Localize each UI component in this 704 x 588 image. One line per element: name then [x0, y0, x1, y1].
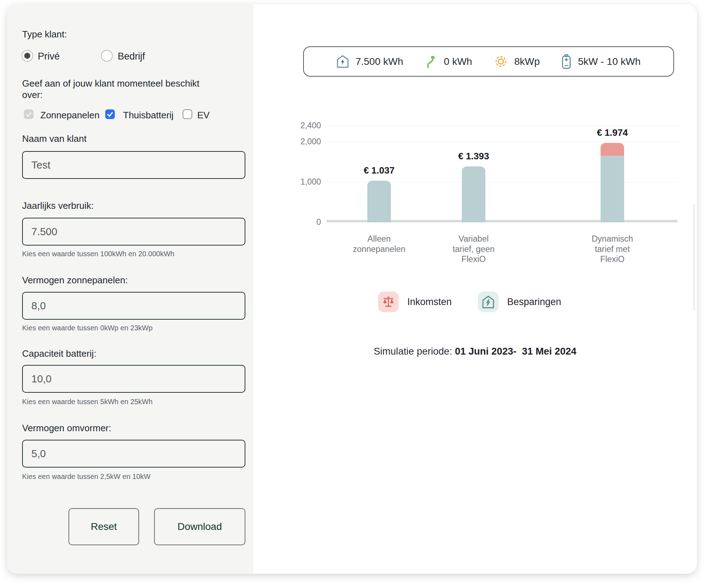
- legend-inkomsten: Inkomsten: [378, 292, 452, 312]
- legend-besparingen-swatch: [478, 292, 499, 312]
- radio-bedrijf[interactable]: [101, 50, 113, 62]
- omvormer-hint: Kies een waarde tussen 2,5kW en 10kW: [22, 473, 151, 481]
- batterij-input[interactable]: [22, 365, 245, 393]
- legend-inkomsten-label: Inkomsten: [407, 296, 452, 308]
- simulation-period: Simulatie periode: 01 Juni 2023- 31 Mei …: [253, 346, 697, 357]
- bar-total-label: € 1.393: [434, 151, 513, 162]
- batterij-hint: Kies een waarde tussen 5kWh en 25kWh: [22, 398, 153, 406]
- verbruik-hint: Kies een waarde tussen 100kWh en 20.000k…: [22, 250, 174, 258]
- x-axis-category-label: Variabel tarief, geen FlexiO: [420, 234, 527, 264]
- naam-input[interactable]: [22, 151, 245, 179]
- system-summary-bar: 7.500 kWh 0 kWh 8kWp 5kW - 10: [303, 46, 674, 77]
- checkbox-thuisbatterij-label[interactable]: Thuisbatterij: [123, 110, 174, 121]
- checkbox-ev[interactable]: [183, 109, 192, 119]
- ownership-question: Geef aan of jouw klant momenteel beschik…: [22, 78, 215, 100]
- field-naam-label: Naam van klant: [22, 133, 87, 144]
- checkbox-thuisbatterij[interactable]: [105, 109, 115, 119]
- sun-icon: [494, 55, 507, 68]
- stat-pv: 8kWp: [494, 55, 540, 68]
- check-icon: [107, 111, 113, 118]
- zonnepanelen-hint: Kies een waarde tussen 0kWp en 23kWp: [22, 324, 153, 332]
- verbruik-input[interactable]: [22, 218, 245, 246]
- simulation-period-label: Simulatie periode:: [374, 346, 455, 357]
- omvormer-input[interactable]: [22, 440, 245, 468]
- y-axis-tick-label: 0: [285, 217, 321, 227]
- checkbox-zonnepanelen-label: Zonnepanelen: [40, 110, 100, 121]
- y-axis-tick-label: 2,400: [285, 121, 321, 130]
- field-zonnepanelen-label: Vermogen zonnepanelen:: [22, 275, 128, 286]
- field-omvormer-label: Vermogen omvormer:: [22, 423, 111, 434]
- legend-inkomsten-swatch: [378, 292, 399, 312]
- field-verbruik-label: Jaarlijks verbruik:: [22, 200, 94, 211]
- radio-prive-label[interactable]: Privé: [38, 51, 60, 62]
- zonnepanelen-input[interactable]: [22, 292, 245, 320]
- stat-consumption-value: 7.500 kWh: [356, 56, 403, 67]
- stat-consumption: 7.500 kWh: [337, 55, 403, 68]
- house-energy-icon: [482, 295, 494, 309]
- gridline: [326, 142, 678, 142]
- house-energy-icon: [337, 55, 349, 68]
- stat-battery: 5kW - 10 kWh: [562, 54, 641, 69]
- bar-segment-besparingen: [601, 156, 624, 222]
- checkbox-zonnepanelen: [24, 109, 34, 119]
- battery-icon: [562, 54, 571, 69]
- radio-prive[interactable]: [21, 50, 33, 62]
- y-axis-tick-label: 2,000: [285, 137, 321, 146]
- scrollbar-thumb[interactable]: [693, 204, 695, 311]
- x-axis-category-label: Dynamisch tarief met FlexiO: [559, 234, 666, 264]
- scale-icon: [382, 295, 395, 308]
- bar-segment-besparingen: [462, 166, 485, 222]
- bar-total-label: € 1.037: [340, 165, 418, 176]
- type-klant-label: Type klant:: [22, 29, 67, 40]
- stat-ev-value: 0 kWh: [444, 56, 472, 67]
- checkbox-ev-label[interactable]: EV: [197, 110, 210, 121]
- legend-besparingen-label: Besparingen: [507, 296, 561, 308]
- bar-total-label: € 1.974: [573, 127, 652, 138]
- y-axis-tick-label: 1,000: [285, 177, 321, 187]
- field-batterij-label: Capaciteit batterij:: [22, 348, 96, 359]
- x-axis-category-label: Alleen zonnepanelen: [326, 234, 433, 254]
- stat-battery-value: 5kW - 10 kWh: [578, 56, 641, 67]
- bar-segment-inkomsten: [601, 143, 624, 155]
- simulation-period-value: 01 Juni 2023- 31 Mei 2024: [455, 346, 576, 357]
- ev-charger-icon: [425, 55, 437, 68]
- reset-button[interactable]: Reset: [68, 508, 139, 545]
- bar-segment-besparingen: [367, 181, 391, 222]
- stat-pv-value: 8kWp: [514, 56, 540, 67]
- gridline: [326, 126, 678, 126]
- radio-bedrijf-label[interactable]: Bedrijf: [118, 51, 145, 62]
- stat-ev: 0 kWh: [425, 55, 472, 68]
- legend-besparingen: Besparingen: [478, 292, 561, 312]
- download-button[interactable]: Download: [154, 508, 245, 545]
- check-icon: [25, 111, 32, 118]
- simulation-card: Type klant: Privé Bedrijf Geef aan of jo…: [7, 4, 697, 574]
